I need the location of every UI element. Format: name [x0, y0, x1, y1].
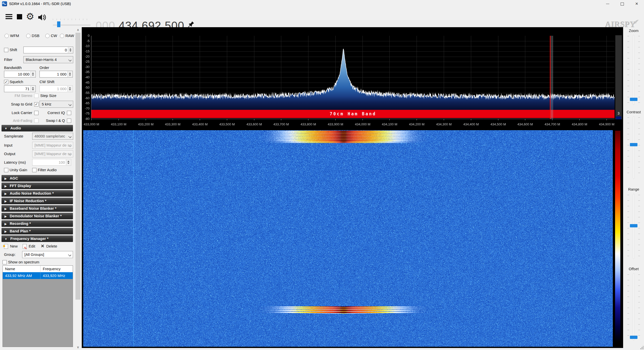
snap-to-grid-label[interactable]: Snap to Grid: [0, 102, 32, 107]
step-size-dropdown[interactable]: 5 kHz: [39, 101, 73, 108]
slider-track[interactable]: [633, 35, 634, 105]
zoom-slider-label: Zoom: [623, 28, 644, 33]
scroll-down-icon[interactable]: ∨: [75, 344, 81, 350]
slider-ticks: [638, 274, 640, 339]
filter-audio-checkbox[interactable]: [32, 168, 36, 172]
row-name-cell[interactable]: 433,92 MHz AM: [3, 272, 41, 279]
zoom-slider[interactable]: [625, 35, 642, 105]
bandwidth-spinner[interactable]: [30, 71, 35, 77]
close-button[interactable]: ✕: [629, 0, 644, 8]
section-header-audio-noise-reduction[interactable]: ▶Audio Noise Reduction *: [2, 190, 73, 197]
cw-shift-label: CW Shift: [39, 79, 54, 84]
frequency-table[interactable]: Name Frequency 433,92 MHz AM 433,920 MHz: [3, 265, 73, 347]
squelch-label[interactable]: Squelch: [10, 79, 23, 84]
unity-gain-label[interactable]: Unity Gain: [10, 167, 27, 172]
mode-radio-dsb[interactable]: [26, 34, 30, 38]
correct-iq-label[interactable]: Correct IQ: [33, 110, 65, 115]
expand-triangle-icon: ▶: [5, 228, 7, 235]
anti-fading-label: Anti-Fading: [0, 118, 32, 123]
section-header-band-plan[interactable]: ▶Band Plan *: [2, 228, 73, 234]
sdrsharp-window: SDR# v1.0.0.1664 - RTL-SDR (USB) ✕ ⚙ 000…: [0, 0, 644, 350]
section-header-agc[interactable]: ▶AGC: [2, 175, 73, 182]
hamburger-menu-icon[interactable]: [6, 14, 12, 19]
maximize-button[interactable]: [615, 0, 629, 8]
edit-entry-button[interactable]: ✎ Edit: [23, 243, 35, 249]
samplerate-dropdown[interactable]: 48000 sample/sec: [32, 133, 73, 140]
squelch-spinner[interactable]: [30, 86, 35, 92]
toolbar: ⚙ 000.434.692.500 AIRSPY: [0, 8, 644, 27]
lock-carrier-label[interactable]: Lock Carrier: [0, 110, 32, 115]
section-header-fft-display[interactable]: ▶FFT Display: [2, 183, 73, 189]
collapse-triangle-icon: ▼: [5, 125, 7, 132]
resize-grip[interactable]: [640, 346, 643, 349]
squelch-input[interactable]: 71: [4, 85, 36, 92]
shift-checkbox[interactable]: [4, 48, 8, 52]
column-header-name[interactable]: Name: [3, 266, 41, 272]
audio-section-header[interactable]: ▼Audio: [2, 125, 73, 131]
slider-thumb[interactable]: [630, 98, 637, 101]
order-input[interactable]: 1 000: [39, 71, 73, 78]
stop-icon[interactable]: [17, 14, 22, 19]
shift-spinner[interactable]: [68, 47, 73, 53]
correct-iq-checkbox[interactable]: [67, 111, 71, 115]
shift-label: Shift: [10, 47, 17, 52]
bandwidth-input[interactable]: 10 000: [4, 71, 36, 78]
minimize-button[interactable]: [600, 0, 615, 8]
slider-ticks: [627, 36, 629, 104]
group-dropdown[interactable]: [All Groups]: [22, 251, 73, 258]
fft-spectrum-canvas[interactable]: [82, 27, 623, 130]
delete-entry-button[interactable]: ✕ Delete: [41, 243, 57, 249]
contrast-slider[interactable]: [625, 116, 642, 179]
mode-label-wfm[interactable]: WFM: [10, 33, 19, 38]
mode-label-dsb[interactable]: DSB: [32, 33, 39, 38]
contrast-slider-label: Contrast: [623, 110, 644, 115]
show-on-spectrum-checkbox[interactable]: [3, 260, 7, 264]
mode-radio-raw[interactable]: [60, 34, 64, 38]
bandwidth-label: Bandwidth: [4, 65, 22, 70]
waterfall-canvas[interactable]: [83, 130, 613, 347]
slider-track[interactable]: [633, 116, 634, 179]
swap-iq-checkbox[interactable]: [67, 119, 71, 123]
expand-triangle-icon: ▶: [5, 221, 7, 227]
slider-thumb[interactable]: [630, 336, 637, 339]
shift-input[interactable]: 0: [23, 47, 73, 53]
step-size-label: Step Size: [40, 93, 56, 98]
range-slider[interactable]: [625, 194, 642, 259]
scroll-up-icon[interactable]: ∧: [75, 27, 81, 33]
table-row[interactable]: 433,92 MHz AM 433,920 MHz: [3, 272, 73, 279]
snap-to-grid-checkbox[interactable]: [34, 102, 38, 107]
output-label: Output: [4, 151, 15, 156]
scrollbar-thumb[interactable]: [75, 33, 80, 300]
column-header-frequency[interactable]: Frequency: [41, 266, 73, 272]
slider-track[interactable]: [633, 273, 634, 340]
mode-radio-wfm[interactable]: [5, 34, 9, 38]
mode-radio-cw[interactable]: [45, 34, 50, 38]
mode-label-cw[interactable]: CW: [51, 33, 57, 38]
filter-audio-label[interactable]: Filter Audio: [38, 167, 57, 172]
chevron-down-icon: [68, 58, 72, 62]
gear-icon[interactable]: ⚙: [26, 10, 34, 23]
input-label: Input: [4, 143, 12, 148]
order-spinner[interactable]: [67, 71, 72, 77]
panel-scrollbar[interactable]: ∧ ∨: [75, 27, 81, 350]
show-on-spectrum-label[interactable]: Show on spectrum: [8, 260, 39, 265]
section-header-frequency-manager[interactable]: ▼Frequency Manager *: [2, 235, 73, 242]
row-frequency-cell[interactable]: 433,920 MHz: [41, 272, 73, 279]
swap-iq-label[interactable]: Swap I & Q: [33, 118, 65, 123]
expand-triangle-icon: ▶: [5, 190, 7, 197]
section-header-baseband-noise-blanker[interactable]: ▶Baseband Noise Blanker *: [2, 205, 73, 212]
filter-label: Filter: [4, 57, 12, 62]
section-header-if-noise-reduction[interactable]: ▶IF Noise Reduction *: [2, 198, 73, 204]
new-entry-button[interactable]: ✹ New: [4, 243, 18, 249]
section-header-recording[interactable]: ▶Recording *: [2, 220, 73, 227]
squelch-checkbox[interactable]: [4, 80, 8, 84]
slider-thumb[interactable]: [630, 143, 637, 146]
slider-ticks: [627, 117, 629, 178]
unity-gain-checkbox[interactable]: [4, 168, 8, 172]
slider-thumb[interactable]: [630, 224, 637, 227]
speaker-icon[interactable]: [38, 14, 47, 22]
filter-dropdown[interactable]: Blackman-Harris 4: [23, 56, 73, 63]
mode-label-raw[interactable]: RAW: [65, 33, 74, 38]
offset-slider[interactable]: [625, 273, 642, 340]
section-header-demodulator-noise-blanker[interactable]: ▶Demodulator Noise Blanker *: [2, 213, 73, 219]
